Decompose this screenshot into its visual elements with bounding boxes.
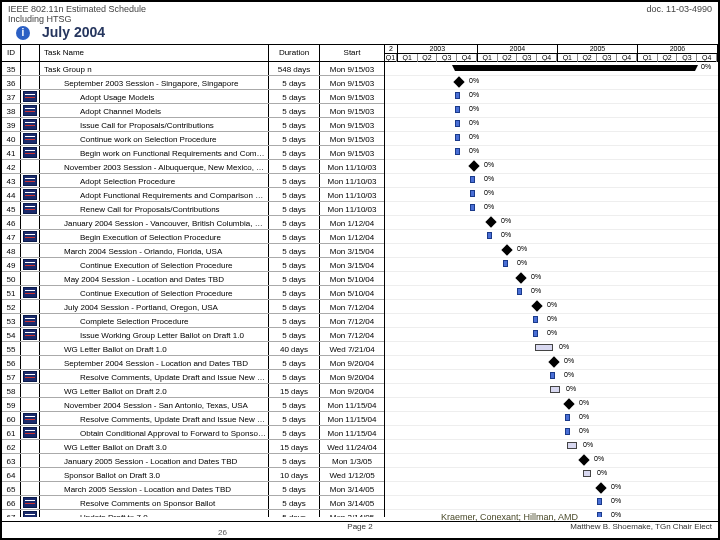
- table-row[interactable]: 49Continue Execution of Selection Proced…: [2, 258, 384, 272]
- gantt-row: 0%: [385, 454, 718, 468]
- gantt-bar[interactable]: [533, 330, 538, 337]
- table-row[interactable]: 50May 2004 Session - Location and Dates …: [2, 272, 384, 286]
- table-row[interactable]: 60Resolve Comments, Update Draft and Iss…: [2, 412, 384, 426]
- calendar-icon: [23, 147, 37, 158]
- calendar-icon: [23, 175, 37, 186]
- table-row[interactable]: 64Sponsor Ballot on Draft 3.010 daysWed …: [2, 468, 384, 482]
- table-row[interactable]: 38Adopt Channel Models5 daysMon 9/15/03: [2, 104, 384, 118]
- gantt-bar[interactable]: [470, 204, 475, 211]
- gantt-bar[interactable]: [455, 92, 460, 99]
- calendar-icon: [23, 231, 37, 242]
- gantt-row: 0%: [385, 244, 718, 258]
- gantt-bar[interactable]: [455, 65, 695, 71]
- table-row[interactable]: 58WG Letter Ballot on Draft 2.015 daysMo…: [2, 384, 384, 398]
- gantt-bar[interactable]: [597, 498, 602, 505]
- percent-label: 0%: [564, 371, 574, 378]
- table-row[interactable]: 41Begin work on Functional Requirements …: [2, 146, 384, 160]
- table-row[interactable]: 67Update Draft to 7.05 daysMon 3/14/05: [2, 510, 384, 517]
- calendar-icon: [23, 91, 37, 102]
- table-row[interactable]: 42November 2003 Session - Albuquerque, N…: [2, 160, 384, 174]
- table-row[interactable]: 56September 2004 Session - Location and …: [2, 356, 384, 370]
- gantt-bar[interactable]: [595, 482, 606, 493]
- gantt-bar[interactable]: [535, 344, 553, 351]
- gantt-bar[interactable]: [550, 386, 560, 393]
- info-icon[interactable]: i: [16, 26, 30, 40]
- gantt-bar[interactable]: [583, 470, 591, 477]
- percent-label: 0%: [611, 511, 621, 517]
- gantt-bar[interactable]: [503, 260, 508, 267]
- table-row[interactable]: 45Renew Call for Proposals/Contributions…: [2, 202, 384, 216]
- calendar-icon: [23, 427, 37, 438]
- gantt-bar[interactable]: [550, 372, 555, 379]
- table-row[interactable]: 52July 2004 Session - Portland, Oregon, …: [2, 300, 384, 314]
- col-duration[interactable]: Duration: [269, 45, 320, 61]
- table-row[interactable]: 65March 2005 Session - Location and Date…: [2, 482, 384, 496]
- gantt-bar[interactable]: [515, 272, 526, 283]
- task-rows: 35Task Group n548 daysMon 9/15/0336Septe…: [2, 62, 384, 517]
- percent-label: 0%: [597, 469, 607, 476]
- table-row[interactable]: 37Adopt Usage Models5 daysMon 9/15/03: [2, 90, 384, 104]
- table-row[interactable]: 57Resolve Comments, Update Draft and Iss…: [2, 370, 384, 384]
- col-id[interactable]: ID: [2, 45, 21, 61]
- gantt-bar[interactable]: [567, 442, 577, 449]
- table-row[interactable]: 53Complete Selection Procedure5 daysMon …: [2, 314, 384, 328]
- calendar-icon: [23, 133, 37, 144]
- table-row[interactable]: 66Resolve Comments on Sponsor Ballot5 da…: [2, 496, 384, 510]
- table-row[interactable]: 63January 2005 Session - Location and Da…: [2, 454, 384, 468]
- gantt-bar[interactable]: [455, 148, 460, 155]
- table-row[interactable]: 43Adopt Selection Procedure5 daysMon 11/…: [2, 174, 384, 188]
- percent-label: 0%: [517, 259, 527, 266]
- gantt-bar[interactable]: [578, 454, 589, 465]
- gantt-chart[interactable]: 2Q12003Q1Q2Q3Q42004Q1Q2Q3Q42005Q1Q2Q3Q42…: [385, 45, 718, 517]
- gantt-bar[interactable]: [485, 216, 496, 227]
- gantt-bar[interactable]: [487, 232, 492, 239]
- gantt-row: 0%: [385, 384, 718, 398]
- table-row[interactable]: 59November 2004 Session - San Antonio, T…: [2, 398, 384, 412]
- table-row[interactable]: 36September 2003 Session - Singapore, Si…: [2, 76, 384, 90]
- gantt-bar[interactable]: [455, 134, 460, 141]
- col-start[interactable]: Start: [320, 45, 384, 61]
- gantt-row: 0%: [385, 356, 718, 370]
- col-name[interactable]: Task Name: [40, 45, 269, 61]
- gantt-row: 0%: [385, 118, 718, 132]
- gantt-bar[interactable]: [565, 428, 570, 435]
- gantt-row: 0%: [385, 160, 718, 174]
- percent-label: 0%: [579, 399, 589, 406]
- gantt-bar[interactable]: [531, 300, 542, 311]
- gantt-bar[interactable]: [565, 414, 570, 421]
- gantt-bar[interactable]: [501, 244, 512, 255]
- table-row[interactable]: 48March 2004 Session - Orlando, Florida,…: [2, 244, 384, 258]
- percent-label: 0%: [531, 273, 541, 280]
- table-row[interactable]: 61Obtain Conditional Approval to Forward…: [2, 426, 384, 440]
- gantt-bar[interactable]: [468, 160, 479, 171]
- table-row[interactable]: 46January 2004 Session - Vancouver, Brit…: [2, 216, 384, 230]
- gantt-bar[interactable]: [563, 398, 574, 409]
- table-row[interactable]: 55WG Letter Ballot on Draft 1.040 daysWe…: [2, 342, 384, 356]
- gantt-bar[interactable]: [455, 106, 460, 113]
- percent-label: 0%: [484, 175, 494, 182]
- percent-label: 0%: [501, 217, 511, 224]
- gantt-bar[interactable]: [455, 120, 460, 127]
- table-row[interactable]: 40Continue work on Selection Procedure5 …: [2, 132, 384, 146]
- table-row[interactable]: 54Issue Working Group Letter Ballot on D…: [2, 328, 384, 342]
- table-row[interactable]: 35Task Group n548 daysMon 9/15/03: [2, 62, 384, 76]
- calendar-icon: [23, 497, 37, 508]
- col-indicator[interactable]: [21, 45, 40, 61]
- gantt-row: 0%: [385, 230, 718, 244]
- table-row[interactable]: 44Adopt Functional Requirements and Comp…: [2, 188, 384, 202]
- gantt-bar[interactable]: [548, 356, 559, 367]
- table-row[interactable]: 47Begin Execution of Selection Procedure…: [2, 230, 384, 244]
- gantt-bar[interactable]: [453, 76, 464, 87]
- gantt-bar[interactable]: [533, 316, 538, 323]
- table-row[interactable]: 51Continue Execution of Selection Proced…: [2, 286, 384, 300]
- gantt-bar[interactable]: [470, 176, 475, 183]
- gantt-bar[interactable]: [597, 512, 602, 517]
- gantt-bar[interactable]: [517, 288, 522, 295]
- percent-label: 0%: [611, 483, 621, 490]
- gantt-bar[interactable]: [470, 190, 475, 197]
- table-row[interactable]: 62WG Letter Ballot on Draft 3.015 daysWe…: [2, 440, 384, 454]
- table-row[interactable]: 39Issue Call for Proposals/Contributions…: [2, 118, 384, 132]
- gantt-row: 0%: [385, 328, 718, 342]
- gantt-row: 0%: [385, 132, 718, 146]
- gantt-row: 0%: [385, 300, 718, 314]
